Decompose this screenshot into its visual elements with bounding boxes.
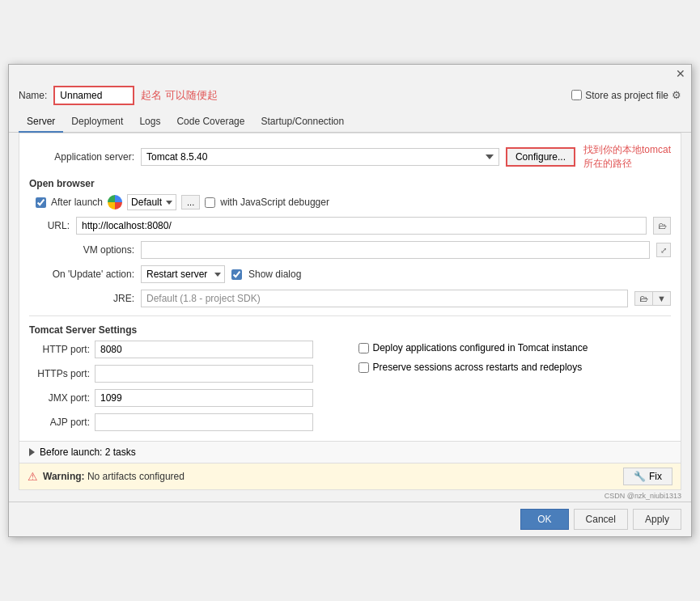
show-dialog-checkbox[interactable] <box>231 269 242 280</box>
http-port-row: HTTP port: <box>29 341 342 358</box>
configure-annotation: 找到你的本地tomcat 所在的路径 <box>583 143 671 171</box>
warning-detail: No artifacts configured <box>87 471 185 482</box>
https-port-row: HTTPs port: <box>29 365 342 383</box>
browser-row: After launch Default ... with JavaScript… <box>36 194 671 210</box>
jre-folder-button[interactable]: 🗁 <box>634 291 653 306</box>
vm-options-row: VM options: ⤢ <box>29 241 671 259</box>
bottom-buttons: OK Cancel Apply <box>9 502 691 536</box>
gear-icon[interactable]: ⚙ <box>672 89 681 101</box>
chrome-icon <box>108 195 122 210</box>
vm-options-label: VM options: <box>29 244 134 256</box>
app-server-row: Application server: Tomcat 8.5.40 Config… <box>29 143 671 171</box>
open-browser-label: Open browser <box>29 178 671 189</box>
preserve-checkbox-row: Preserve sessions across restarts and re… <box>358 362 672 373</box>
with-debugger-label: with JavaScript debugger <box>220 197 329 208</box>
url-label: URL: <box>29 220 70 231</box>
warning-icon: ⚠ <box>28 470 38 483</box>
vm-options-input[interactable] <box>141 241 650 259</box>
close-button[interactable]: ✕ <box>675 68 686 79</box>
titlebar: ✕ <box>9 65 691 81</box>
debugger-checkbox[interactable] <box>205 197 215 208</box>
cancel-button[interactable]: Cancel <box>574 509 628 530</box>
jre-dropdown-button[interactable]: ▼ <box>653 291 671 306</box>
app-server-label: Application server: <box>29 151 134 163</box>
tab-code-coverage[interactable]: Code Coverage <box>168 112 252 133</box>
port-grid-right: Deploy applications configured in Tomcat… <box>358 341 672 431</box>
after-launch-label: After launch <box>51 197 103 208</box>
tab-logs[interactable]: Logs <box>131 112 168 133</box>
deploy-checkbox[interactable] <box>358 343 369 353</box>
configure-button[interactable]: Configure... <box>506 147 575 167</box>
before-launch-toggle[interactable] <box>29 448 35 456</box>
browser-select[interactable]: Default <box>127 194 176 210</box>
tomcat-path-annotation: 找到你的本地tomcat <box>583 143 671 157</box>
preserve-checkbox[interactable] <box>358 362 369 373</box>
ajp-port-input[interactable] <box>95 413 313 431</box>
store-checkbox[interactable] <box>571 90 582 100</box>
store-checkbox-area: Store as project file ⚙ <box>571 89 681 101</box>
jre-label: JRE: <box>29 293 134 304</box>
warning-text: Warning: No artifacts configured <box>43 471 185 482</box>
watermark: CSDN @nzk_niubi1313 <box>9 490 691 502</box>
on-update-label: On 'Update' action: <box>29 269 134 280</box>
ajp-port-row: AJP port: <box>29 413 342 431</box>
http-port-label: HTTP port: <box>29 344 90 355</box>
ok-button[interactable]: OK <box>520 509 568 530</box>
fix-label: Fix <box>649 471 662 482</box>
name-row: Name: 起名 可以随便起 Store as project file ⚙ <box>9 81 691 112</box>
https-port-input[interactable] <box>95 365 313 383</box>
on-update-row: On 'Update' action: Restart server Show … <box>29 265 671 283</box>
warning-bar: ⚠ Warning: No artifacts configured 🔧 Fix <box>19 463 681 490</box>
tomcat-settings-section: Tomcat Server Settings HTTP port: HTTPs … <box>29 315 671 431</box>
tomcat-path-annotation2: 所在的路径 <box>583 157 632 171</box>
jmx-port-label: JMX port: <box>29 392 90 404</box>
tab-server[interactable]: Server <box>19 112 63 133</box>
apply-button[interactable]: Apply <box>633 509 681 530</box>
before-launch-section: Before launch: 2 tasks <box>19 442 681 463</box>
tab-deployment[interactable]: Deployment <box>63 112 131 133</box>
port-grid: HTTP port: HTTPs port: JMX port: AJP por… <box>29 341 671 431</box>
configure-area: Configure... 找到你的本地tomcat 所在的路径 <box>506 143 671 171</box>
store-label: Store as project file <box>585 90 668 101</box>
vm-expand-button[interactable]: ⤢ <box>656 243 671 257</box>
open-browser-section: Open browser After launch Default ... wi… <box>29 178 671 210</box>
jmx-port-input[interactable] <box>95 389 313 407</box>
tabs-row: Server Deployment Logs Code Coverage Sta… <box>9 112 691 133</box>
preserve-label: Preserve sessions across restarts and re… <box>373 362 583 373</box>
on-update-select[interactable]: Restart server <box>141 265 225 283</box>
app-server-select[interactable]: Tomcat 8.5.40 <box>141 148 499 166</box>
warning-label: Warning: <box>43 471 85 482</box>
fix-button[interactable]: 🔧 Fix <box>623 468 672 485</box>
url-row: URL: 🗁 <box>29 217 671 235</box>
deploy-checkbox-row: Deploy applications configured in Tomcat… <box>358 342 672 353</box>
tomcat-settings-label: Tomcat Server Settings <box>29 324 671 336</box>
url-input[interactable] <box>76 217 647 235</box>
jre-row: JRE: 🗁 ▼ <box>29 290 671 307</box>
fix-icon: 🔧 <box>634 471 646 482</box>
content-area: Application server: Tomcat 8.5.40 Config… <box>19 133 681 442</box>
after-launch-checkbox[interactable] <box>36 197 46 208</box>
before-launch-label: Before launch: 2 tasks <box>40 447 136 458</box>
browser-dots-button[interactable]: ... <box>181 195 200 210</box>
tab-startup-connection[interactable]: Startup/Connection <box>252 112 352 133</box>
url-folder-button[interactable]: 🗁 <box>653 217 671 235</box>
name-annotation: 起名 可以随便起 <box>141 88 218 103</box>
https-port-label: HTTPs port: <box>29 368 90 379</box>
jmx-port-row: JMX port: <box>29 389 342 407</box>
jre-buttons: 🗁 ▼ <box>634 291 671 306</box>
name-input[interactable] <box>53 86 134 105</box>
jre-input[interactable] <box>141 290 628 307</box>
ajp-port-label: AJP port: <box>29 417 90 428</box>
show-dialog-label: Show dialog <box>248 269 301 280</box>
http-port-input[interactable] <box>95 341 313 358</box>
port-grid-left: HTTP port: HTTPs port: JMX port: AJP por… <box>29 341 342 431</box>
deploy-label: Deploy applications configured in Tomcat… <box>373 342 588 353</box>
name-label: Name: <box>19 90 47 101</box>
